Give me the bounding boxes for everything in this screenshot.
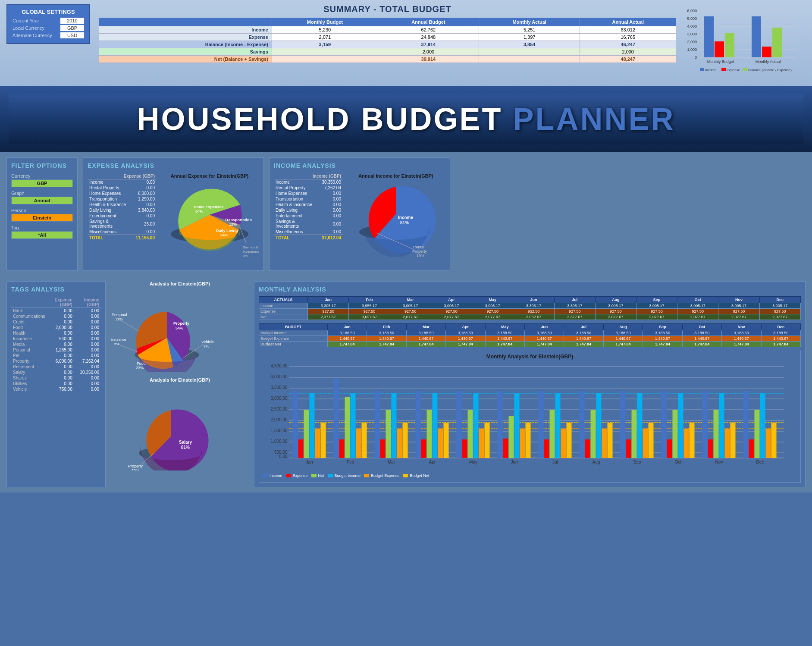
svg-text:4,000: 4,000 — [687, 24, 697, 28]
svg-text:81%: 81% — [181, 445, 190, 450]
svg-rect-111 — [421, 439, 426, 458]
list-item: Net2,377.673,027.672,077.672,077.672,077… — [259, 314, 801, 320]
svg-text:0: 0 — [695, 55, 697, 60]
list-item: Health & Insurance0.00 — [274, 202, 343, 207]
svg-rect-132 — [544, 439, 549, 458]
summary-table: Monthly Budget Annual Budget Monthly Act… — [99, 18, 676, 63]
tags-col-income: Income (GBP) — [74, 297, 101, 308]
list-item: Savings & Investments0.00 — [274, 219, 343, 229]
balance-annual-budget: 37,914 — [378, 41, 479, 48]
list-item: Retirement0.000.00 — [11, 364, 101, 370]
svg-rect-100 — [356, 429, 361, 458]
svg-rect-154 — [673, 410, 678, 458]
svg-rect-152 — [662, 391, 667, 458]
svg-rect-164 — [730, 423, 736, 458]
svg-rect-24 — [721, 68, 726, 71]
svg-text:0%: 0% — [243, 254, 248, 258]
list-item: Property6,000.007,262.04 — [11, 358, 101, 364]
svg-text:3,000: 3,000 — [687, 32, 697, 36]
list-item: Insurance540.000.00 — [11, 336, 101, 342]
expense-analysis-panel: EXPENSE ANALYSIS Expense (GBP) Income0.0… — [83, 157, 264, 271]
list-item: Daily Living3,840.00 — [88, 207, 157, 213]
legend-income: Income — [270, 474, 282, 478]
tags-col-label — [11, 297, 47, 308]
graph-filter-value[interactable]: Annual — [11, 197, 73, 204]
month-apr: Apr — [431, 297, 472, 303]
savings-monthly-budget-empty — [272, 48, 378, 56]
expense-monthly-budget: 2,071 — [272, 34, 378, 41]
tags-col-expense: Expense (GBP) — [47, 297, 74, 308]
month-feb: Feb — [349, 297, 390, 303]
svg-text:Daily Living: Daily Living — [216, 229, 238, 233]
svg-rect-159 — [702, 391, 708, 458]
month-jan: Jan — [308, 297, 349, 303]
svg-rect-171 — [771, 423, 777, 458]
person-filter-value[interactable]: Einstein — [11, 214, 73, 222]
income-chart-title: Annual Income for Einstein(GBP) — [348, 173, 443, 179]
tags-analysis-panel: TAGS ANALYSIS Expense (GBP) Income (GBP)… — [6, 281, 106, 487]
svg-text:6,000: 6,000 — [687, 9, 697, 13]
balance-row: Balance (Income - Expense) 3,159 37,914 … — [99, 41, 676, 48]
tags-chart2-title: Analysis for Einstein(GBP) — [111, 377, 249, 383]
alternate-currency-value[interactable]: USD — [60, 32, 84, 38]
svg-text:19%: 19% — [132, 468, 139, 470]
summary-col-annual-actual: Annual Actual — [580, 18, 676, 26]
svg-text:Apr: Apr — [429, 460, 436, 464]
global-settings-panel: GLOBAL SETTINGS Current Year 2010 Local … — [6, 4, 90, 44]
svg-rect-162 — [719, 393, 724, 458]
list-item: Budget Income3,188.503,188.503,188.503,1… — [259, 330, 801, 336]
summary-col-monthly-actual: Monthly Actual — [479, 18, 580, 26]
list-item: Income3,305.173,955.173,005.173,005.173,… — [259, 303, 801, 309]
svg-text:Feb: Feb — [347, 460, 354, 464]
tag-filter-label: Tag — [11, 225, 73, 230]
actuals-label: ACTUALS — [259, 297, 308, 303]
svg-rect-17 — [752, 16, 761, 57]
income-annual-actual: 63,012 — [580, 26, 676, 34]
current-year-value[interactable]: 2010 — [60, 18, 84, 24]
svg-rect-119 — [468, 410, 473, 458]
svg-text:Transportation: Transportation — [225, 218, 252, 222]
title-banner: HOUSEHOLD BUDGET PLANNER — [0, 86, 812, 152]
svg-rect-140 — [591, 410, 596, 458]
tags-data-table: Expense (GBP) Income (GBP) Bank0.000.00C… — [11, 297, 101, 392]
svg-text:Income: Income — [398, 215, 413, 220]
svg-rect-18 — [762, 47, 771, 57]
svg-text:34%: 34% — [220, 233, 228, 237]
svg-rect-126 — [509, 416, 514, 458]
svg-rect-163 — [725, 429, 730, 458]
svg-rect-143 — [608, 423, 613, 458]
list-item: Food2,600.000.00 — [11, 325, 101, 330]
income-total-row: TOTAL37,612.04 — [274, 235, 343, 241]
svg-rect-153 — [667, 439, 672, 458]
month-aug: Aug — [595, 297, 636, 303]
list-item: Daily Living0.00 — [274, 207, 343, 213]
tag-filter-value[interactable]: *All — [11, 231, 73, 239]
svg-text:Investments: Investments — [243, 250, 259, 254]
list-item: Bank0.000.00 — [11, 308, 101, 314]
list-item: Home Expenses0.00 — [274, 191, 343, 196]
svg-rect-107 — [397, 429, 402, 458]
local-currency-value[interactable]: GBP — [60, 25, 84, 31]
month-dec: Dec — [759, 297, 800, 303]
svg-rect-94 — [321, 423, 326, 458]
svg-rect-93 — [315, 429, 320, 458]
svg-rect-108 — [403, 423, 408, 458]
monthly-chart-title: Monthly Analysis for Einstein(GBP) — [263, 354, 797, 360]
list-item: Expense927.50927.50927.50927.50927.50952… — [259, 309, 801, 314]
savings-label: Savings — [99, 48, 272, 56]
currency-filter-value[interactable]: GBP — [11, 179, 73, 187]
svg-text:Property: Property — [173, 321, 189, 326]
income-analysis-panel: INCOME ANALYSIS Income (GBP) Income30,35… — [269, 157, 450, 271]
svg-rect-147 — [632, 410, 637, 458]
top-bar-chart-section: 6,000 5,000 4,000 3,000 2,000 1,000 0 — [685, 4, 806, 82]
svg-rect-89 — [293, 391, 298, 458]
svg-rect-156 — [684, 429, 689, 458]
person-filter-label: Person — [11, 208, 73, 213]
list-item: Shares0.000.00 — [11, 375, 101, 381]
svg-text:Expense: Expense — [727, 68, 740, 72]
svg-rect-26 — [743, 68, 747, 71]
svg-rect-128 — [520, 429, 525, 458]
expense-monthly-actual: 1,397 — [479, 34, 580, 41]
svg-text:2,000: 2,000 — [687, 40, 697, 44]
tags-analysis-title: TAGS ANALYSIS — [11, 286, 101, 293]
